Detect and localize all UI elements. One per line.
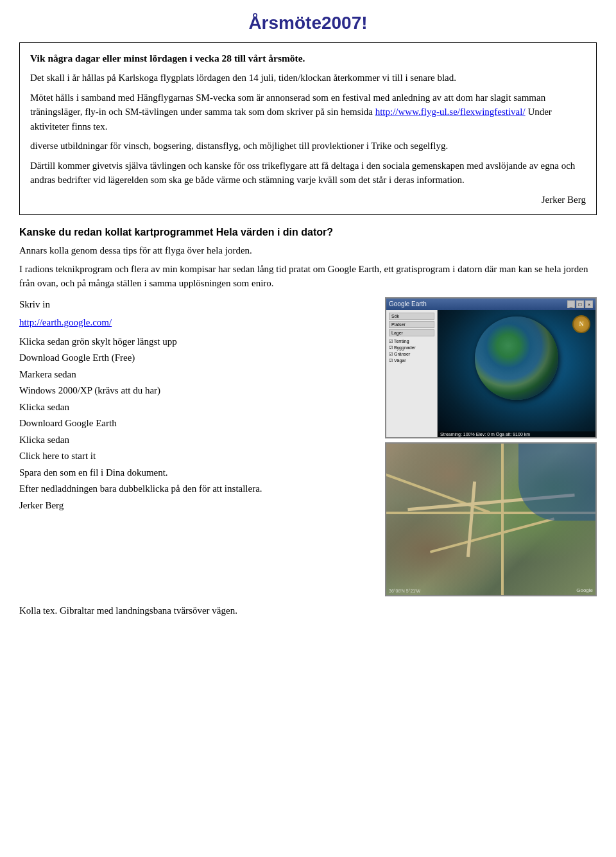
- instr-8: Click here to start it: [19, 448, 372, 465]
- water-area: [518, 444, 595, 521]
- instr-10: Efter nedladdningen bara dubbelklicka på…: [19, 481, 372, 498]
- ge-sidebar-tab3: Lager: [389, 329, 434, 336]
- runway-cross: [466, 481, 476, 557]
- instr-signature: Jerker Berg: [19, 498, 372, 514]
- instr-6: Downloard Google Earth: [19, 415, 372, 432]
- ge-body: Sök Platser Lager ☑ Terräng ☑ Byggnader …: [386, 310, 595, 437]
- ge-layer2: ☑ Byggnader: [389, 345, 434, 351]
- ge-layer4: ☑ Vägar: [389, 358, 434, 363]
- section2-para2: I radions teknikprogram och flera av min…: [19, 262, 597, 291]
- section2: Kanske du redan kollat kartprogrammet He…: [19, 227, 597, 618]
- instr-9: Spara den som en fil i Dina dokument.: [19, 465, 372, 481]
- ge-close: ×: [585, 300, 593, 308]
- google-earth-screenshot: Google Earth _ □ × Sök Platser Lager ☑ T…: [385, 297, 597, 438]
- caption-text: Kolla tex. Gibraltar med landningsbana t…: [19, 603, 597, 618]
- ge-title: Google Earth: [389, 300, 427, 307]
- page-title: Årsmöte2007!: [19, 13, 597, 33]
- sat-coords: 36°08'N 5°21'W: [389, 589, 420, 593]
- ge-sidebar-tab1: Sök: [389, 313, 434, 320]
- section1-signature: Jerker Berg: [30, 193, 586, 207]
- section1-para3: diverse utbildningar för vinsch, bogseri…: [30, 139, 586, 153]
- ge-titlebar: Google Earth _ □ ×: [386, 299, 595, 310]
- instr-1: Klicka sedan grön skylt höger längst upp: [19, 334, 372, 351]
- section1-para1: Det skall i år hållas på Karlskoga flygp…: [30, 71, 586, 85]
- google-logo: Google: [576, 587, 593, 593]
- ge-layer3: ☑ Gränser: [389, 352, 434, 357]
- section1-para4: Därtill kommer givetvis själva tävlingen…: [30, 159, 586, 187]
- ge-buttons: _ □ ×: [567, 300, 593, 308]
- ge-maximize: □: [576, 300, 584, 308]
- instr-7: Klicka sedan: [19, 432, 372, 449]
- section2-para1: Annars kolla genom dessa tips för att fl…: [19, 243, 597, 258]
- ge-compass: N: [572, 315, 590, 333]
- instr-3: Markera sedan: [19, 367, 372, 383]
- ge-minimize: _: [567, 300, 575, 308]
- section1-box: Vik några dagar eller minst lördagen i v…: [19, 42, 597, 215]
- globe-sphere: [475, 316, 558, 400]
- section1-url1[interactable]: http://www.flyg-ul.se/flexwingfestival/: [375, 107, 526, 117]
- ge-statusbar: Streaming: 100% Elev: 0 m Öga alt: 9100 …: [438, 431, 595, 437]
- instr-4: Windows 2000/XP (krävs att du har): [19, 383, 372, 399]
- ge-sidebar: Sök Platser Lager ☑ Terräng ☑ Byggnader …: [386, 310, 438, 437]
- ge-main: N Streaming: 100% Elev: 0 m Öga alt: 910…: [438, 310, 595, 437]
- bold-intro: Vik några dagar eller minst lördagen i v…: [30, 51, 586, 65]
- instr-2: Download Google Erth (Free): [19, 350, 372, 367]
- ge-sidebar-content: ☑ Terräng ☑ Byggnader ☑ Gränser ☑ Vägar: [389, 339, 434, 363]
- instr-5: Klicka sedan: [19, 399, 372, 416]
- section2-heading: Kanske du redan kollat kartprogrammet He…: [19, 227, 597, 238]
- earth-url[interactable]: http://earth.google.com/: [19, 315, 372, 330]
- write-in-label: Skriv in: [19, 297, 372, 312]
- road-diagonal2: [430, 518, 554, 554]
- bottom-caption: Kolla tex. Gibraltar med landningsbana t…: [19, 603, 597, 618]
- ge-sidebar-tab2: Platser: [389, 321, 434, 328]
- section1-para2: Mötet hålls i samband med Hängflygarnas …: [30, 91, 586, 134]
- satellite-image: Google 36°08'N 5°21'W: [385, 442, 597, 596]
- right-column: Google Earth _ □ × Sök Platser Lager ☑ T…: [385, 297, 597, 596]
- instructions: Klicka sedan grön skylt höger längst upp…: [19, 334, 372, 514]
- left-column: Skriv in http://earth.google.com/ Klicka…: [19, 297, 372, 596]
- road-vertical: [501, 444, 504, 595]
- ge-layer1: ☑ Terräng: [389, 339, 434, 344]
- earth-url-link[interactable]: http://earth.google.com/: [19, 317, 112, 327]
